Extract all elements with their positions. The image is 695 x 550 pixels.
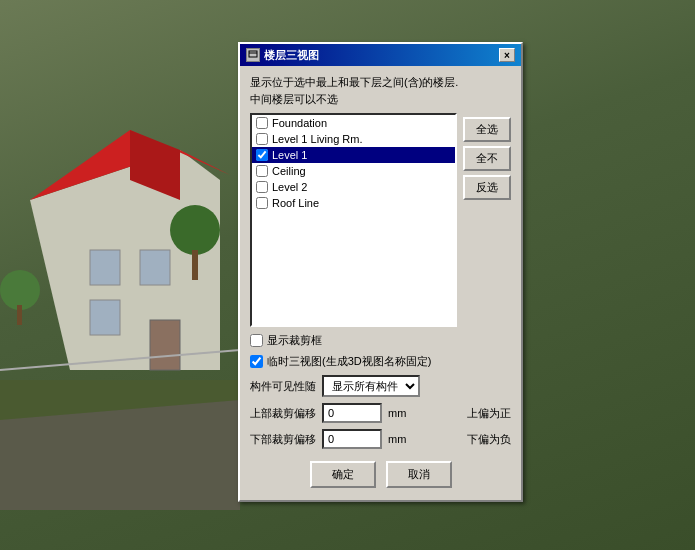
visibility-select[interactable]: 显示所有构件显示选中构件隐藏选中构件 (322, 375, 420, 397)
list-item[interactable]: Level 2 (252, 179, 455, 195)
temp-3d-row: 临时三视图(生成3D视图名称固定) (250, 354, 511, 369)
list-item-label: Level 1 Living Rm. (272, 133, 363, 145)
title-icon (246, 48, 260, 62)
lower-offset-row: 下部裁剪偏移 mm 下偏为负 (250, 429, 511, 449)
list-area: FoundationLevel 1 Living Rm.Level 1Ceili… (250, 113, 511, 327)
temp-3d-label: 临时三视图(生成3D视图名称固定) (267, 354, 431, 369)
list-item-checkbox[interactable] (256, 181, 268, 193)
list-item-label: Level 2 (272, 181, 307, 193)
list-item[interactable]: Roof Line (252, 195, 455, 211)
dialog-body: 显示位于选中最上和最下层之间(含)的楼层. 中间楼层可以不选 Foundatio… (240, 66, 521, 500)
dialog-window: 楼层三视图 × 显示位于选中最上和最下层之间(含)的楼层. 中间楼层可以不选 F… (238, 42, 523, 502)
list-buttons: 全选 全不 反选 (463, 113, 511, 327)
list-item-label: Foundation (272, 117, 327, 129)
list-item[interactable]: Ceiling (252, 163, 455, 179)
list-item-checkbox[interactable] (256, 165, 268, 177)
visibility-row: 构件可见性随 显示所有构件显示选中构件隐藏选中构件 (250, 375, 511, 397)
lower-offset-hint: 下偏为负 (412, 432, 511, 447)
show-clip-frame-label: 显示裁剪框 (267, 333, 322, 348)
show-clip-frame-checkbox[interactable] (250, 334, 263, 347)
svg-rect-10 (192, 250, 198, 280)
select-all-button[interactable]: 全选 (463, 117, 511, 142)
cancel-button[interactable]: 取消 (386, 461, 452, 488)
svg-rect-8 (150, 320, 180, 370)
list-item[interactable]: Level 1 Living Rm. (252, 131, 455, 147)
visibility-label: 构件可见性随 (250, 379, 316, 394)
svg-rect-14 (249, 51, 257, 57)
title-bar: 楼层三视图 × (240, 44, 521, 66)
list-item[interactable]: Foundation (252, 115, 455, 131)
list-item-checkbox[interactable] (256, 197, 268, 209)
list-item-checkbox[interactable] (256, 133, 268, 145)
svg-rect-5 (90, 250, 120, 285)
ok-button[interactable]: 确定 (310, 461, 376, 488)
bottom-buttons: 确定 取消 (250, 455, 511, 492)
invert-button[interactable]: 反选 (463, 175, 511, 200)
list-item-label: Roof Line (272, 197, 319, 209)
temp-3d-checkbox[interactable] (250, 355, 263, 368)
svg-rect-7 (90, 300, 120, 335)
svg-point-9 (170, 205, 220, 255)
upper-offset-row: 上部裁剪偏移 mm 上偏为正 (250, 403, 511, 423)
lower-offset-unit: mm (388, 433, 406, 445)
svg-point-11 (0, 270, 40, 310)
upper-offset-unit: mm (388, 407, 406, 419)
house-illustration (0, 0, 240, 510)
deselect-all-button[interactable]: 全不 (463, 146, 511, 171)
lower-offset-label: 下部裁剪偏移 (250, 432, 316, 447)
list-item-checkbox[interactable] (256, 117, 268, 129)
svg-rect-12 (17, 305, 22, 325)
floor-list[interactable]: FoundationLevel 1 Living Rm.Level 1Ceili… (250, 113, 457, 327)
upper-offset-hint: 上偏为正 (412, 406, 511, 421)
lower-offset-input[interactable] (322, 429, 382, 449)
upper-offset-label: 上部裁剪偏移 (250, 406, 316, 421)
close-button[interactable]: × (499, 48, 515, 62)
list-item[interactable]: Level 1 (252, 147, 455, 163)
list-item-label: Level 1 (272, 149, 307, 161)
description: 显示位于选中最上和最下层之间(含)的楼层. 中间楼层可以不选 (250, 74, 511, 107)
svg-rect-6 (140, 250, 170, 285)
list-item-label: Ceiling (272, 165, 306, 177)
list-item-checkbox[interactable] (256, 149, 268, 161)
upper-offset-input[interactable] (322, 403, 382, 423)
show-clip-frame-row: 显示裁剪框 (250, 333, 511, 348)
dialog-title: 楼层三视图 (264, 48, 319, 63)
